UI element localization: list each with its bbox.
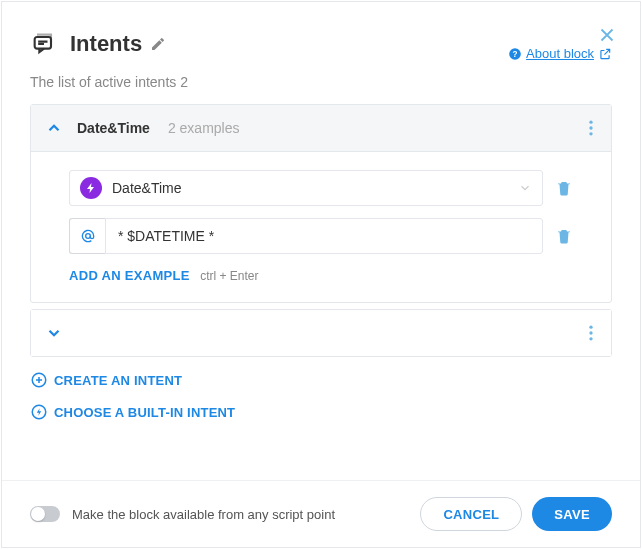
trash-icon[interactable]	[555, 227, 573, 245]
svg-rect-0	[35, 37, 51, 49]
at-icon[interactable]	[69, 218, 105, 254]
intent-select-row: Date&Time	[69, 170, 573, 206]
intent-name: Date&Time	[77, 120, 150, 136]
lightning-circle-icon	[30, 403, 48, 421]
create-intent-link[interactable]: CREATE AN INTENT	[30, 371, 612, 389]
chevron-down-icon	[518, 181, 532, 195]
svg-point-7	[589, 326, 592, 329]
modal-header: Intents ? About block	[2, 2, 640, 68]
modal-footer: Make the block available from any script…	[2, 480, 640, 547]
intents-modal: Intents ? About block The list of active…	[1, 1, 641, 548]
subtitle: The list of active intents 2	[2, 68, 640, 104]
panel-body: Date&Time * $DATETIME * ADD AN EXAMPLE c…	[31, 151, 611, 302]
help-icon: ?	[508, 47, 522, 61]
svg-point-9	[589, 337, 592, 340]
examples-count: 2 examples	[168, 120, 240, 136]
content-area: Date&Time 2 examples Date&Time	[2, 104, 640, 480]
svg-text:?: ?	[513, 49, 518, 58]
intent-panel-datetime: Date&Time 2 examples Date&Time	[30, 104, 612, 303]
svg-point-4	[589, 126, 592, 129]
modal-title: Intents	[70, 31, 142, 57]
chevron-down-icon	[45, 324, 63, 342]
panel-header[interactable]: Date&Time 2 examples	[31, 105, 611, 151]
pattern-row: * $DATETIME *	[69, 218, 573, 254]
svg-point-6	[85, 234, 90, 239]
svg-point-3	[589, 121, 592, 124]
select-value: Date&Time	[112, 180, 182, 196]
pattern-input[interactable]: * $DATETIME *	[105, 218, 543, 254]
add-example-link[interactable]: ADD AN EXAMPLE ctrl + Enter	[69, 266, 573, 284]
svg-point-5	[589, 132, 592, 135]
availability-toggle[interactable]	[30, 506, 60, 522]
intent-select[interactable]: Date&Time	[69, 170, 543, 206]
choose-builtin-link[interactable]: CHOOSE A BUILT-IN INTENT	[30, 403, 612, 421]
intent-panel-collapsed	[30, 309, 612, 357]
plus-circle-icon	[30, 371, 48, 389]
kebab-menu-icon[interactable]	[581, 118, 601, 138]
lightning-icon	[80, 177, 102, 199]
close-icon[interactable]	[596, 24, 618, 46]
trash-icon[interactable]	[555, 179, 573, 197]
chevron-up-icon	[45, 119, 63, 137]
svg-point-8	[589, 331, 592, 334]
panel-header-collapsed[interactable]	[31, 310, 611, 356]
toggle-label: Make the block available from any script…	[72, 507, 420, 522]
cancel-button[interactable]: CANCEL	[420, 497, 522, 531]
edit-icon[interactable]	[150, 36, 166, 52]
kebab-menu-icon[interactable]	[581, 323, 601, 343]
intents-icon	[30, 30, 58, 58]
external-link-icon	[598, 47, 612, 61]
save-button[interactable]: SAVE	[532, 497, 612, 531]
about-block-link[interactable]: ? About block	[508, 46, 612, 61]
